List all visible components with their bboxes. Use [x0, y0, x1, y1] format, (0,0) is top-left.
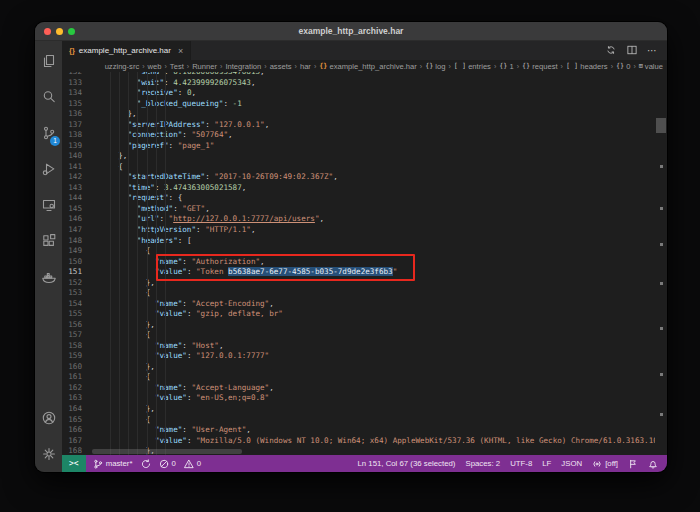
code-line[interactable]: 164 }, — [62, 404, 655, 415]
breadcrumb-item[interactable]: ›Integration — [217, 62, 261, 71]
code-line[interactable]: 137 "serverIPAddress": "127.0.0.1", — [62, 120, 655, 131]
code-line[interactable]: 138 "connection": "507764", — [62, 130, 655, 141]
remote-indicator[interactable]: >< — [62, 455, 86, 472]
code-line[interactable]: 139 "pageref": "page_1" — [62, 141, 655, 152]
notifications-bell[interactable] — [648, 459, 658, 469]
code-line[interactable]: 155 "value": "gzip, deflate, br" — [62, 309, 655, 320]
code-line[interactable]: 142 "startedDateTime": "2017-10-26T09:49… — [62, 172, 655, 183]
indentation[interactable]: Spaces: 2 — [465, 459, 500, 468]
code-line[interactable]: 153 { — [62, 288, 655, 299]
language-mode[interactable]: JSON — [561, 459, 582, 468]
code-line[interactable]: 136 }, — [62, 109, 655, 120]
code-area[interactable]: 132 "send": 0.10200000933470615,133 "wai… — [62, 72, 655, 455]
line-number: 152 — [62, 278, 92, 289]
code-line[interactable]: 158 "name": "Host", — [62, 341, 655, 352]
vertical-scrollbar[interactable] — [655, 72, 667, 455]
code-line[interactable]: 154 "name": "Accept-Encoding", — [62, 299, 655, 310]
breadcrumb-item[interactable]: ›[ ]entries — [446, 62, 491, 71]
folding-gutter — [92, 183, 100, 194]
settings-gear-icon[interactable] — [35, 436, 62, 472]
errors[interactable]: 0 — [159, 459, 176, 469]
breadcrumb-item[interactable]: ›Runner — [184, 62, 217, 71]
tab-example-http-archive[interactable]: {} example_http_archive.har × — [62, 41, 191, 60]
breadcrumb-item[interactable]: ›assets — [261, 62, 291, 71]
folding-gutter — [92, 393, 100, 404]
breadcrumb-item[interactable]: ›[ ]headers — [558, 62, 608, 71]
code-line[interactable]: 157 { — [62, 330, 655, 341]
breadcrumb-item[interactable]: ›{}example_http_archive.har — [311, 62, 417, 71]
breadcrumb-item[interactable]: ›{}0 — [608, 62, 631, 71]
folding-gutter — [92, 225, 100, 236]
explorer-icon[interactable] — [35, 43, 62, 79]
breadcrumb-item[interactable]: ›har — [292, 62, 311, 71]
code-line[interactable]: 150 "name": "Authorization", — [62, 257, 655, 268]
code-line[interactable]: 141 { — [62, 162, 655, 173]
editor[interactable]: 132 "send": 0.10200000933470615,133 "wai… — [62, 72, 667, 455]
tab-bar: {} example_http_archive.har × — [62, 41, 667, 60]
code-line[interactable]: 148 "headers": [ — [62, 236, 655, 247]
line-number: 167 — [62, 436, 92, 447]
code-line[interactable]: 152 }, — [62, 278, 655, 289]
remote-explorer-icon[interactable] — [35, 187, 62, 223]
code-line[interactable]: 151 "value": "Token b5638ae7-6e77-4585-b… — [62, 267, 655, 278]
eol[interactable]: LF — [542, 459, 551, 468]
folding-gutter — [92, 309, 100, 320]
code-line[interactable]: 162 "name": "Accept-Language", — [62, 383, 655, 394]
open-changes-icon[interactable] — [605, 42, 617, 60]
code-line[interactable]: 140 }, — [62, 151, 655, 162]
search-icon[interactable] — [35, 79, 62, 115]
horizontal-scrollbar[interactable] — [92, 449, 242, 454]
minimize-window-button[interactable] — [56, 28, 63, 35]
code-line[interactable]: 159 "value": "127.0.0.1:7777" — [62, 351, 655, 362]
line-number: 158 — [62, 341, 92, 352]
code-line[interactable]: 167 "value": "Mozilla/5.0 (Windows NT 10… — [62, 436, 655, 447]
url-link[interactable]: http://127.0.0.1:7777/api/users — [173, 214, 315, 223]
code-line[interactable]: 165 { — [62, 415, 655, 426]
overview-ruler-mark — [660, 207, 663, 210]
breadcrumb-item[interactable]: ›{}log — [417, 62, 446, 71]
breadcrumb-item[interactable]: ›⊞value — [630, 62, 663, 71]
code-line[interactable]: 146 "url": "http://127.0.0.1:7777/api/us… — [62, 214, 655, 225]
more-actions-icon[interactable]: ⋯ — [647, 45, 658, 56]
code-line[interactable]: 144 "request": { — [62, 193, 655, 204]
code-line[interactable]: 163 "value": "en-US,en;q=0.8" — [62, 393, 655, 404]
extensions-icon[interactable] — [35, 223, 62, 259]
breadcrumb-item[interactable]: ›{}request — [514, 62, 558, 71]
source-control-icon[interactable]: 1 — [35, 115, 62, 151]
split-editor-icon[interactable] — [626, 42, 638, 60]
folding-gutter — [92, 383, 100, 394]
git-branch[interactable]: master* — [93, 459, 133, 469]
breadcrumb-item[interactable]: ›web — [139, 62, 161, 71]
warnings[interactable]: 0 — [184, 459, 201, 469]
line-number: 145 — [62, 204, 92, 215]
close-window-button[interactable] — [44, 28, 51, 35]
code-line[interactable]: 149 { — [62, 246, 655, 257]
code-line[interactable]: 160 }, — [62, 362, 655, 373]
code-line[interactable]: 143 "time": 3.474363005021587, — [62, 183, 655, 194]
title-bar[interactable]: example_http_archive.har — [35, 22, 667, 41]
feedback[interactable] — [628, 459, 638, 469]
code-line[interactable]: 166 "name": "User-Agent", — [62, 425, 655, 436]
cursor-position[interactable]: Ln 151, Col 67 (36 selected) — [357, 459, 455, 468]
zoom-window-button[interactable] — [68, 28, 75, 35]
screencast-mode[interactable]: [off] — [592, 459, 618, 469]
code-line[interactable]: 156 }, — [62, 320, 655, 331]
code-line[interactable]: 161 { — [62, 372, 655, 383]
sync-icon[interactable] — [141, 459, 151, 469]
overview-ruler-mark — [660, 327, 663, 330]
code-line[interactable]: 145 "method": "GET", — [62, 204, 655, 215]
code-line[interactable]: 134 "receive": 0, — [62, 88, 655, 99]
scrollbar-thumb[interactable] — [656, 118, 666, 133]
code-line[interactable]: 133 "wait": 4.423999926075343, — [62, 78, 655, 89]
breadcrumb-item[interactable]: ›{}1 — [491, 62, 514, 71]
code-line[interactable]: 135 "_blocked_queueing": -1 — [62, 99, 655, 110]
close-tab-icon[interactable]: × — [178, 46, 183, 56]
breadcrumb-item[interactable]: uzzing-src — [105, 62, 140, 71]
accounts-icon[interactable] — [35, 400, 62, 436]
code-line[interactable]: 147 "httpVersion": "HTTP/1.1", — [62, 225, 655, 236]
breadcrumb-item[interactable]: ›Test — [162, 62, 184, 71]
folding-gutter — [92, 78, 100, 89]
encoding[interactable]: UTF-8 — [510, 459, 532, 468]
docker-icon[interactable] — [35, 259, 62, 295]
run-debug-icon[interactable] — [35, 151, 62, 187]
